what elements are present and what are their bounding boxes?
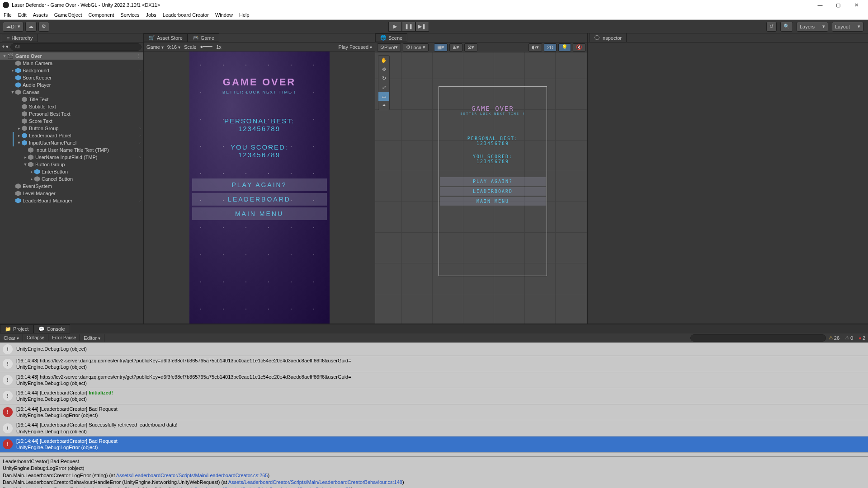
hierarchy-item[interactable]: Input User Name Title Text (TMP) xyxy=(0,146,143,154)
tab-project[interactable]: 📁 Project xyxy=(0,324,33,333)
leaderboard-button: LEADERBOARD xyxy=(192,193,327,206)
undo-history-button[interactable]: ↺ xyxy=(766,22,777,32)
pause-button[interactable]: ❚❚ xyxy=(402,22,415,32)
menu-component[interactable]: Component xyxy=(88,12,114,18)
gameover-title: GAME OVER xyxy=(189,76,330,88)
scene-render-view[interactable]: ✋✥↻⤢▭✦ GAME OVER BETTER LUCK NEXT TIME !… xyxy=(375,52,587,324)
menu-window[interactable]: Window xyxy=(215,12,233,18)
personal-best-label: PERSONAL BEST: xyxy=(189,117,330,125)
menu-file[interactable]: File xyxy=(4,12,12,18)
tab-console[interactable]: 💬 Console xyxy=(33,324,70,333)
hierarchy-item[interactable]: ScoreKeeper xyxy=(0,74,143,81)
grid-toggle[interactable]: ▦▾ xyxy=(434,43,448,52)
console-collapse-button[interactable]: Collapse xyxy=(23,334,48,341)
main-menu-button: MAIN MENU xyxy=(192,207,327,220)
hierarchy-item[interactable]: ▸Leaderboard Panel› xyxy=(0,132,143,139)
hierarchy-item[interactable]: ▼Canvas xyxy=(0,89,143,96)
console-search-input[interactable] xyxy=(690,334,826,342)
console-stack-trace[interactable]: LeaderboardCreator] Bad RequestUnityEngi… xyxy=(0,456,868,488)
score-label: YOU SCORED: xyxy=(189,143,330,151)
snap-toggle[interactable]: ⊞▾ xyxy=(449,43,462,52)
error-count-badge[interactable]: ●2 xyxy=(856,335,868,341)
tab-game[interactable]: 🎮 Game xyxy=(188,33,219,42)
hierarchy-item[interactable]: Personal Best Text xyxy=(0,110,143,117)
menu-help[interactable]: Help xyxy=(239,12,250,18)
hierarchy-item[interactable]: LeaderBoard Manager› xyxy=(0,197,143,204)
hierarchy-search-input[interactable] xyxy=(10,43,142,51)
draw-mode-toggle[interactable]: ◐▾ xyxy=(528,43,542,52)
aspect-dropdown[interactable]: 9:16 ▾ xyxy=(167,44,180,50)
warning-count-badge[interactable]: ⚠26 xyxy=(826,335,842,341)
menu-leaderboard-creator[interactable]: Leaderboard Creator xyxy=(163,12,209,18)
search-button[interactable]: 🔍 xyxy=(780,22,793,32)
pivot-toggle[interactable]: ⊙Pivot▾ xyxy=(377,43,401,52)
scale-slider[interactable]: ●━━━ xyxy=(200,44,212,50)
hierarchy-item[interactable]: ▸UserName InputField (TMP)› xyxy=(0,154,143,161)
create-dropdown[interactable]: + ▾ xyxy=(2,44,9,50)
gameover-subtitle: BETTER LUCK NEXT TIME ! xyxy=(189,90,330,94)
console-log-row[interactable]: ![16:14:44] [LeaderboardCreator] Bad Req… xyxy=(0,404,868,421)
tab-asset-store[interactable]: 🛒 Asset Store xyxy=(144,33,188,42)
console-error-pause-button[interactable]: Error Pause xyxy=(48,334,80,341)
layers-dropdown[interactable]: Layers▾ xyxy=(797,22,828,32)
close-button[interactable]: ✕ xyxy=(847,2,865,8)
scene-tool-palette[interactable]: ✋✥↻⤢▭✦ xyxy=(378,55,390,110)
menu-gameobject[interactable]: GameObject xyxy=(54,12,82,18)
audio-toggle[interactable]: 🔇 xyxy=(573,43,585,52)
account-dropdown[interactable]: ☁ DT ▾ xyxy=(3,22,24,32)
hierarchy-item[interactable]: Level Manager xyxy=(0,190,143,197)
tab-hierarchy[interactable]: ≡ Hierarchy xyxy=(2,34,38,42)
bottom-panel: 📁 Project 💬 Console Clear ▾ Collapse Err… xyxy=(0,324,868,488)
personal-best-value: 123456789 xyxy=(189,125,330,132)
hierarchy-item[interactable]: ▼InputUserNamePanel› xyxy=(0,139,143,146)
layout-dropdown[interactable]: Layout▾ xyxy=(832,22,863,32)
console-clear-button[interactable]: Clear ▾ xyxy=(0,334,23,342)
console-log-row[interactable]: !UnityEngine.Debug:Log (object) xyxy=(0,343,868,356)
cloud-button[interactable]: ☁ xyxy=(25,22,37,32)
local-toggle[interactable]: ⚙Local▾ xyxy=(403,43,428,52)
console-log-row[interactable]: ![16:14:44] [LeaderboardCreator] Bad Req… xyxy=(0,436,868,453)
menu-services[interactable]: Services xyxy=(120,12,139,18)
warning2-count-badge[interactable]: ⚠0 xyxy=(842,335,856,341)
console-log-list[interactable]: !UnityEngine.Debug:Log (object)![16:14:4… xyxy=(0,343,868,456)
display-dropdown[interactable]: Game ▾ xyxy=(146,44,164,50)
score-value: 123456789 xyxy=(189,151,330,159)
play-focused-dropdown[interactable]: Play Focused ▾ xyxy=(339,44,372,50)
step-button[interactable]: ▶❚ xyxy=(415,22,429,32)
unity-logo-icon xyxy=(3,2,9,8)
main-toolbar: ☁ DT ▾ ☁ ⚙ ▶ ❚❚ ▶❚ ↺ 🔍 Layers▾ Layout▾ xyxy=(0,20,868,33)
hierarchy-tree[interactable]: ▼🎬Game Over⋮Main Camera▸Background›Score… xyxy=(0,52,143,324)
console-log-row[interactable]: ![16:14:44] [LeaderboardCreator] Success… xyxy=(0,420,868,436)
menu-edit[interactable]: Edit xyxy=(18,12,27,18)
hierarchy-item[interactable]: Title Text xyxy=(0,96,143,103)
hierarchy-item[interactable]: Audio Player xyxy=(0,81,143,89)
hierarchy-item[interactable]: Main Camera xyxy=(0,60,143,67)
hierarchy-item[interactable]: EventSystem xyxy=(0,183,143,190)
increment-toggle[interactable]: ⊠▾ xyxy=(464,43,477,52)
lighting-toggle[interactable]: 💡 xyxy=(558,43,571,52)
settings-button[interactable]: ⚙ xyxy=(38,22,49,32)
console-editor-dropdown[interactable]: Editor ▾ xyxy=(80,334,104,342)
hierarchy-item[interactable]: ▸EnterButton xyxy=(0,168,143,175)
2d-toggle[interactable]: 2D xyxy=(544,43,557,52)
play-button[interactable]: ▶ xyxy=(388,22,402,32)
play-again-button: PLAY AGAIN? xyxy=(192,178,327,191)
hierarchy-item[interactable]: Score Text xyxy=(0,117,143,125)
tab-inspector[interactable]: ⓘ Inspector xyxy=(590,33,627,42)
maximize-button[interactable]: ▢ xyxy=(829,2,847,8)
scene-row[interactable]: ▼🎬Game Over⋮ xyxy=(0,52,143,60)
hierarchy-item[interactable]: ▸Background› xyxy=(0,67,143,74)
console-log-row[interactable]: ![16:14:44] [LeaderboardCreator] Initial… xyxy=(0,388,868,404)
scene-canvas-object[interactable]: GAME OVER BETTER LUCK NEXT TIME ! PERSON… xyxy=(439,86,547,276)
hierarchy-item[interactable]: ▸Cancel Button xyxy=(0,175,143,183)
menu-jobs[interactable]: Jobs xyxy=(146,12,156,18)
hierarchy-item[interactable]: ▸Button Group› xyxy=(0,125,143,132)
tab-scene[interactable]: 🌐 Scene xyxy=(375,33,407,42)
console-log-row[interactable]: ![16:14:43] https://lcv2-server.danqzq.g… xyxy=(0,356,868,372)
hierarchy-item[interactable]: Subtitle Text xyxy=(0,103,143,110)
menu-assets[interactable]: Assets xyxy=(33,12,48,18)
move-tool-icon: ✥ xyxy=(378,65,389,74)
hierarchy-item[interactable]: ▼Button Group xyxy=(0,161,143,168)
console-log-row[interactable]: ![16:14:43] https://lcv2-server.danqzq.g… xyxy=(0,372,868,389)
minimize-button[interactable]: — xyxy=(811,2,829,8)
